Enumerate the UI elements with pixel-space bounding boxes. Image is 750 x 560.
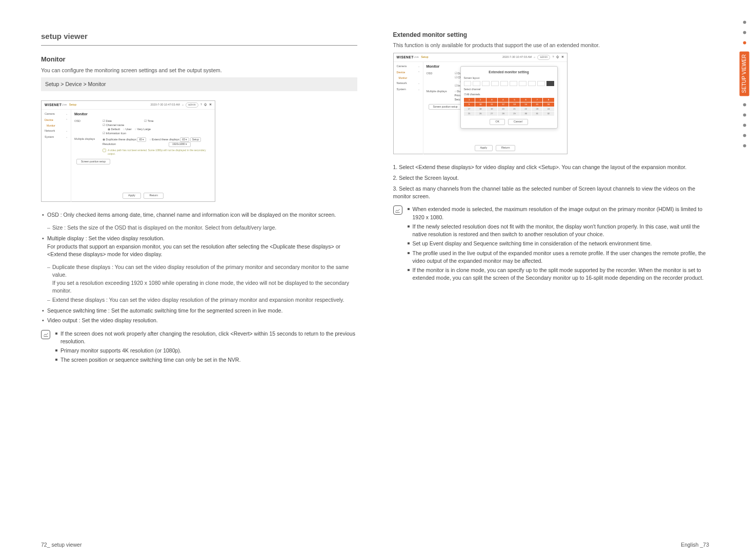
screen-position-button[interactable]: Screen position setup xyxy=(429,104,462,110)
ch-cell[interactable]: 30 xyxy=(520,112,531,116)
ch-cell[interactable]: 6 xyxy=(520,98,531,102)
ch-cell[interactable]: 29 xyxy=(509,112,520,116)
ch-cell[interactable]: 12 xyxy=(498,102,509,107)
popup-ok-button[interactable]: OK xyxy=(490,119,505,125)
user-pill[interactable]: admin xyxy=(537,55,550,60)
note-icon xyxy=(393,205,402,215)
ch-cell[interactable]: 2 xyxy=(475,98,486,102)
sidebar-item-monitor[interactable]: Monitor xyxy=(394,76,423,80)
ch-cell[interactable]: 15 xyxy=(532,102,542,107)
layout-2[interactable] xyxy=(473,81,480,86)
layout-7[interactable] xyxy=(519,81,526,86)
size-user-radio[interactable]: User xyxy=(123,128,131,131)
return-button[interactable]: Return xyxy=(144,193,164,199)
size-vlarge-radio[interactable]: Very Large xyxy=(135,128,151,131)
user-pill[interactable]: admin xyxy=(186,102,198,108)
popup-cancel-button[interactable]: Cancel xyxy=(508,119,528,125)
osd-info-checkbox[interactable]: Information Icon xyxy=(103,132,126,135)
ch-cell[interactable]: 14 xyxy=(520,102,531,107)
layout-9[interactable] xyxy=(537,81,545,86)
side-tab-label: SETUP VIEWER xyxy=(740,51,749,96)
setup-link[interactable]: Setup xyxy=(69,103,76,106)
exit-icon[interactable]: ✖ xyxy=(561,55,564,59)
monitor-desc: You can configure the monitoring screen … xyxy=(41,67,357,74)
layout-6[interactable] xyxy=(510,81,517,86)
exit-icon[interactable]: ✖ xyxy=(209,103,212,107)
ch-cell[interactable]: 27 xyxy=(487,112,497,116)
power-icon[interactable]: ⏻ xyxy=(556,55,559,59)
note-block-right: When extended mode is selected, the maxi… xyxy=(393,205,710,283)
osd-date-checkbox[interactable]: Date xyxy=(103,119,112,122)
bullet-dup: Duplicate these displays : You can set t… xyxy=(47,263,357,295)
sidebar-item-network[interactable]: Network⌄ xyxy=(394,80,423,87)
power-icon[interactable]: ⏻ xyxy=(204,103,207,107)
setup-link[interactable]: Setup xyxy=(421,55,428,58)
resolution-select[interactable]: 1920x1080 ▾ xyxy=(169,142,191,147)
chevron-down-icon: ⌄ xyxy=(66,112,68,116)
ch-cell[interactable]: 21 xyxy=(509,107,520,111)
search-icon[interactable]: ⌕ xyxy=(534,55,535,59)
ch-cell[interactable]: 22 xyxy=(520,107,531,111)
ch-cell[interactable]: 24 xyxy=(543,107,554,111)
sidebar-item-system[interactable]: System⌄ xyxy=(42,134,71,140)
sidebar-item-network[interactable]: Network⌄ xyxy=(42,128,71,134)
osd-time-checkbox[interactable]: Time xyxy=(144,119,153,122)
ch-cell[interactable]: 8 xyxy=(543,98,554,102)
layout-16[interactable] xyxy=(546,81,554,86)
ch-cell[interactable]: 9 xyxy=(464,102,475,107)
ch-cell[interactable]: 13 xyxy=(509,102,520,107)
sidebar-item-camera[interactable]: Camera⌄ xyxy=(394,64,423,70)
tab-dot xyxy=(743,123,746,127)
sidebar-item-monitor[interactable]: Monitor xyxy=(42,123,71,128)
layout-8[interactable] xyxy=(528,81,536,86)
multi-label: Multiple displays xyxy=(427,90,455,94)
ch-cell[interactable]: 26 xyxy=(475,112,486,116)
sidebar-item-camera[interactable]: Camera⌄ xyxy=(42,111,71,117)
ch-cell[interactable]: 31 xyxy=(532,112,542,116)
ch-cell[interactable]: 19 xyxy=(487,107,497,111)
all-channels-checkbox[interactable]: All channels xyxy=(464,93,480,96)
note-l3: The screen position or sequence switchin… xyxy=(55,356,357,364)
ch-cell[interactable]: 10 xyxy=(475,102,486,107)
layout-5[interactable] xyxy=(500,81,508,86)
screen-position-button[interactable]: Screen position setup xyxy=(76,159,110,164)
ch-cell[interactable]: 28 xyxy=(498,112,509,116)
help-icon[interactable]: ? xyxy=(552,55,554,59)
duplicate-radio[interactable]: Duplicate these displays xyxy=(103,138,136,141)
ch-cell[interactable]: 1 xyxy=(464,98,475,102)
ch-cell[interactable]: 5 xyxy=(509,98,520,102)
ch-cell[interactable]: 23 xyxy=(532,107,542,111)
apply-button[interactable]: Apply xyxy=(475,145,493,151)
live-link[interactable]: Live xyxy=(62,103,67,106)
sidebar-item-device[interactable]: Device⌃ xyxy=(394,70,423,76)
help-icon[interactable]: ? xyxy=(200,103,202,107)
sidebar-item-system[interactable]: System⌄ xyxy=(394,87,423,93)
ch-cell[interactable]: 17 xyxy=(464,107,475,111)
note-r4: The profile used in the live output of t… xyxy=(408,250,710,265)
note-l2: Primary monitor supports 4K resolution (… xyxy=(55,347,357,355)
ch-cell[interactable]: 18 xyxy=(475,107,486,111)
layout-1[interactable] xyxy=(464,81,472,86)
ch-cell[interactable]: 4 xyxy=(498,98,509,102)
ext-setup-button[interactable]: 65 ▾ xyxy=(180,137,189,142)
ch-cell[interactable]: 20 xyxy=(498,107,509,111)
ch-cell[interactable]: 25 xyxy=(464,112,475,116)
osd-channel-checkbox[interactable]: Channel name xyxy=(103,123,124,127)
note-l1: If the screen does not work properly aft… xyxy=(55,330,357,345)
size-default-radio[interactable]: Default xyxy=(108,128,120,131)
layout-3[interactable] xyxy=(482,81,490,86)
extend-radio[interactable]: Extend these displays xyxy=(149,138,179,141)
return-button[interactable]: Return xyxy=(496,145,516,151)
dup-setup-button[interactable]: 65 ▾ xyxy=(137,137,146,142)
sidebar-item-device[interactable]: Device⌃ xyxy=(42,117,71,123)
ch-cell[interactable]: 32 xyxy=(543,112,554,116)
ch-cell[interactable]: 7 xyxy=(532,98,542,102)
layout-4[interactable] xyxy=(491,81,499,86)
live-link[interactable]: Live xyxy=(414,55,419,58)
ch-cell[interactable]: 3 xyxy=(487,98,497,102)
apply-button[interactable]: Apply xyxy=(123,193,141,199)
ext-more-button[interactable]: Setup xyxy=(190,137,201,142)
search-icon[interactable]: ⌕ xyxy=(182,103,184,107)
ch-cell[interactable]: 16 xyxy=(543,102,554,107)
ch-cell[interactable]: 11 xyxy=(487,102,497,107)
